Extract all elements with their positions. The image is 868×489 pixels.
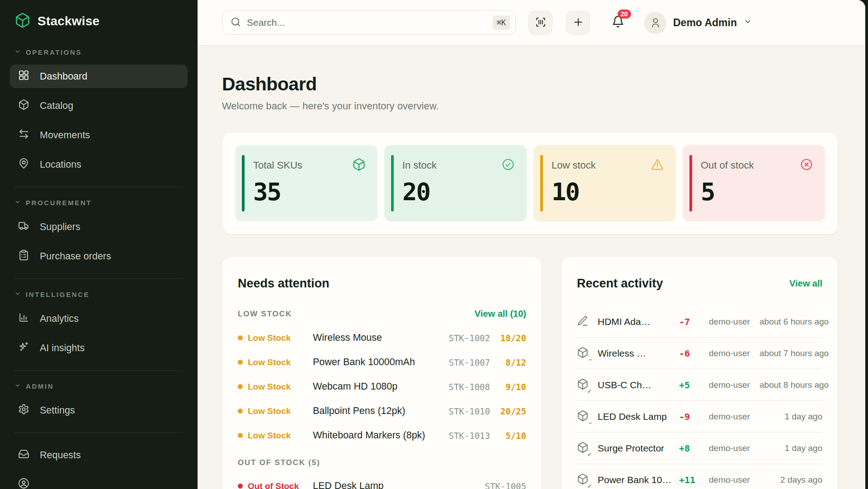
sidebar-item-catalog[interactable]: Catalog (10, 94, 188, 118)
topbar: ⌘K 20 Demo Admin (198, 0, 865, 46)
section-label: INTELLIGENCE (26, 291, 90, 298)
view-all-low-stock-link[interactable]: View all (10) (475, 309, 526, 319)
divider (14, 187, 183, 187)
activity-item-name: LED Desk Lamp (598, 411, 675, 422)
edit-icon (577, 315, 590, 329)
stat-low-stock: Low stock 10 (533, 145, 676, 221)
item-sku: STK-1007 (448, 357, 490, 367)
low-stock-row[interactable]: Low Stock Webcam HD 1080p STK-1008 9/10 (238, 381, 526, 392)
item-sku: STK-1008 (448, 382, 490, 392)
item-quantity: 5/10 (490, 431, 526, 441)
activity-item-name: Wireless … (598, 348, 675, 359)
package-cube-icon (14, 12, 31, 30)
activity-time: about 6 hours ago (760, 317, 829, 327)
dashboard-content: Dashboard Welcome back — here's your inv… (198, 46, 865, 489)
low-stock-row[interactable]: Low Stock Wireless Mouse STK-1002 18/20 (238, 332, 526, 343)
sidebar-item-label: Suppliers (40, 221, 80, 233)
quantity-delta: -7 (679, 316, 705, 327)
activity-list: HDMI Ada… -7 demo-user about 6 hours ago… (577, 306, 822, 489)
activity-row[interactable]: ✓ Surge Protector +8 demo-user 1 day ago (577, 433, 822, 464)
search-input[interactable] (247, 17, 486, 28)
user-name: Demo Admin (673, 17, 737, 29)
sidebar-item-requests[interactable]: Requests (10, 443, 188, 467)
stat-label: Low stock (552, 160, 596, 171)
item-sku: STK-1010 (448, 406, 490, 416)
bar-chart-icon (18, 312, 29, 326)
keyboard-shortcut-badge: ⌘K (492, 15, 510, 30)
check-glyph: ✓ (587, 484, 592, 489)
view-all-activity-link[interactable]: View all (789, 278, 822, 289)
low-stock-row[interactable]: Low Stock Ballpoint Pens (12pk) STK-1010… (238, 405, 526, 417)
add-button[interactable] (566, 11, 590, 35)
stat-value: 20 (402, 178, 515, 206)
sidebar-item-label: Purchase orders (40, 251, 111, 262)
activity-time: 2 days ago (760, 475, 822, 485)
activity-time: 1 day ago (760, 412, 822, 422)
search-box[interactable]: ⌘K (222, 10, 516, 35)
recent-activity-panel: Recent activity View all HDMI Ada… -7 de… (561, 256, 838, 489)
x-circle-icon (800, 158, 813, 173)
avatar (644, 12, 666, 34)
low-stock-row[interactable]: Low Stock Whiteboard Markers (8pk) STK-1… (238, 430, 526, 441)
status-badge: Out of Stock (248, 481, 299, 489)
activity-user: demo-user (709, 317, 760, 327)
sidebar-nav: OPERATIONS Dashboard Catalog Movements L… (10, 48, 188, 489)
quantity-delta: -6 (679, 348, 705, 359)
item-sku: STK-1005 (485, 481, 526, 489)
sidebar-item-purchase-orders[interactable]: Purchase orders (10, 244, 188, 268)
status-dot (238, 433, 243, 438)
activity-user: demo-user (709, 475, 760, 485)
sidebar-item-analytics[interactable]: Analytics (10, 307, 188, 330)
chevron-down-icon (14, 382, 21, 390)
divider (14, 278, 183, 279)
status-dot (238, 409, 243, 414)
item-name: Whiteboard Markers (8pk) (307, 430, 448, 441)
item-name: Power Bank 10000mAh (307, 357, 448, 368)
sidebar-item-suppliers[interactable]: Suppliers (10, 215, 188, 239)
stat-in-stock: In stock 20 (384, 145, 527, 221)
activity-item-name: Power Bank 10… (598, 475, 675, 485)
low-stock-row[interactable]: Low Stock Power Bank 10000mAh STK-1007 8… (238, 357, 526, 368)
sidebar-item-label: Analytics (40, 313, 79, 324)
section-label: PROCUREMENT (26, 199, 92, 207)
out-of-stock-row[interactable]: Out of Stock LED Desk Lamp STK-1005 (238, 480, 526, 489)
notifications-button[interactable]: 20 (612, 15, 624, 30)
sidebar-item-partial[interactable] (10, 473, 188, 489)
item-quantity: 8/12 (490, 357, 526, 367)
activity-row[interactable]: − LED Desk Lamp -9 demo-user 1 day ago (577, 401, 822, 433)
stat-accent-bar (540, 155, 543, 212)
stat-value: 5 (701, 178, 813, 206)
activity-row[interactable]: ✓ USB-C Ch… +5 demo-user about 8 hours a… (577, 369, 822, 401)
section-admin[interactable]: ADMIN (10, 382, 188, 390)
sidebar-item-locations[interactable]: Locations (10, 153, 188, 176)
inbox-icon (18, 448, 29, 462)
sidebar-item-movements[interactable]: Movements (10, 123, 188, 147)
package-check-icon: ✓ (577, 442, 590, 455)
sidebar-item-dashboard[interactable]: Dashboard (10, 65, 188, 88)
stat-label: Out of stock (701, 160, 754, 171)
section-procurement[interactable]: PROCUREMENT (10, 199, 188, 207)
activity-row[interactable]: − Wireless … -6 demo-user about 7 hours … (577, 338, 822, 369)
item-sku: STK-1002 (448, 333, 490, 343)
activity-row[interactable]: ✓ Power Bank 10… +11 demo-user 2 days ag… (577, 464, 822, 489)
main-area: ⌘K 20 Demo Admin Dashboard Welcome back … (198, 0, 865, 489)
brand-logo[interactable]: Stackwise (10, 0, 188, 30)
chevron-down-icon (14, 291, 21, 298)
truck-icon (18, 220, 29, 234)
activity-row[interactable]: HDMI Ada… -7 demo-user about 6 hours ago (577, 306, 822, 338)
activity-user: demo-user (709, 348, 760, 358)
section-intelligence[interactable]: INTELLIGENCE (10, 291, 188, 298)
section-operations[interactable]: OPERATIONS (10, 48, 188, 56)
sidebar-item-label: Settings (40, 405, 75, 416)
scan-barcode-button[interactable] (528, 11, 552, 35)
status-badge: Low Stock (248, 357, 291, 367)
activity-item-name: HDMI Ada… (598, 316, 675, 327)
panels-row: Needs attention LOW STOCK View all (10) … (222, 256, 838, 489)
stat-value: 35 (253, 178, 366, 206)
activity-time: about 7 hours ago (760, 348, 829, 358)
sidebar-item-label: Dashboard (40, 71, 87, 82)
sidebar-item-label: AI insights (40, 343, 85, 354)
sidebar-item-ai-insights[interactable]: AI insights (10, 336, 188, 360)
user-menu[interactable]: Demo Admin (644, 12, 752, 34)
sidebar-item-settings[interactable]: Settings (10, 399, 188, 422)
